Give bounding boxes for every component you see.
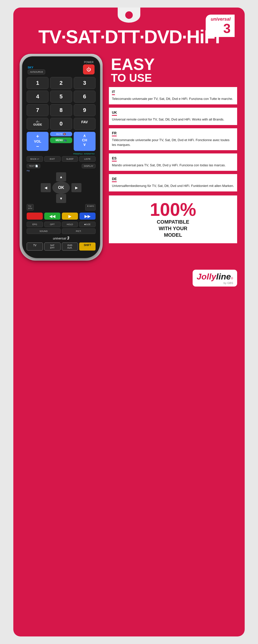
btn-1[interactable]: 1 xyxy=(27,77,49,89)
logo-line: line xyxy=(216,272,231,281)
text-display-row: TEXT 📄 DISPLAY xyxy=(27,164,96,168)
btn-5[interactable]: 5 xyxy=(50,91,72,103)
menu-button[interactable]: MENU 📺 xyxy=(50,137,72,143)
sound-button[interactable]: SOUND xyxy=(27,228,61,234)
vol-minus-button[interactable]: − xyxy=(36,143,39,149)
spacer-5 xyxy=(109,193,237,194)
logo-row: Jolly line ® xyxy=(197,272,233,281)
vol-block: + VOL − xyxy=(27,132,49,151)
display-button[interactable]: DISPLAY xyxy=(82,164,96,168)
guide-button[interactable]: -/--GUIDE xyxy=(27,118,49,130)
ch-block: ∧ CH ∨ xyxy=(74,132,96,151)
vol-label: VOL xyxy=(34,139,41,143)
easy-text: EASY xyxy=(111,56,235,72)
power-section: POWER ⏻ xyxy=(83,61,95,74)
btn-9[interactable]: 9 xyxy=(74,104,96,116)
btn-0[interactable]: 0 xyxy=(50,118,72,130)
lang-code-de: DE xyxy=(112,177,117,182)
dpad: ▲ ◀ OK ▶ ▼ xyxy=(40,172,82,203)
btn-7[interactable]: 7 xyxy=(27,104,49,116)
dpad-left-button[interactable]: ◀ xyxy=(41,183,51,192)
play-button[interactable]: ▶ xyxy=(62,213,78,220)
shift-button[interactable]: SHIFT xyxy=(79,243,96,251)
btn-8[interactable]: 8 xyxy=(50,104,72,116)
sky-av-section: SKY AV/SOURCE xyxy=(28,66,45,74)
remote-top: SKY AV/SOURCE POWER ⏻ xyxy=(27,61,96,74)
ch-label: CH xyxy=(82,138,87,142)
bottom-buttons-row1: EPG OPT HOLD ■SIZE xyxy=(27,222,96,227)
opt-button[interactable]: OPT xyxy=(44,222,61,227)
exit-button[interactable]: EXIT xyxy=(44,156,61,162)
text-button[interactable]: TEXT 📄 xyxy=(27,164,40,168)
vol-ch-row: + VOL − MUTE 🔇 MENU 📺 ∧ CH ∨ xyxy=(27,132,96,151)
ok-button[interactable]: OK xyxy=(52,181,70,194)
liste-button[interactable]: LISTE xyxy=(79,156,96,162)
content-area: SKY AV/SOURCE POWER ⏻ 1 2 3 4 xyxy=(13,49,245,266)
my-label: my xyxy=(27,169,96,172)
to-use-text: TO USE xyxy=(111,72,235,84)
sky-label: SKY xyxy=(28,66,45,69)
dpad-down-row: ▼ xyxy=(56,194,66,203)
dpad-down-button[interactable]: ▼ xyxy=(56,194,66,203)
dpad-up-row: ▲ xyxy=(56,172,66,181)
hanger xyxy=(118,8,140,23)
lang-code-fr: FR xyxy=(112,131,117,136)
compat-percent: 100% xyxy=(113,200,233,219)
lang-desc-it: Telecomando universale per TV, Sat, Dtt,… xyxy=(112,97,234,101)
sleep-button[interactable]: SLEEP xyxy=(62,156,78,162)
spacer-3 xyxy=(109,152,237,153)
btn-3[interactable]: 3 xyxy=(74,77,96,89)
languages-col: IT Telecomando universale per TV, Sat, D… xyxy=(109,87,237,243)
dvd-aux-button[interactable]: DVDAUX. xyxy=(62,243,78,251)
tv-dtv-button[interactable]: TV/DTV xyxy=(27,204,34,211)
fast-forward-button[interactable]: ▶▶ xyxy=(79,213,96,220)
lang-desc-de: Universalfernbedienung für TV, Sat, Dtt,… xyxy=(112,184,234,188)
info-panel: EASY TO USE IT Telecomando universale pe… xyxy=(109,54,237,261)
fav-button[interactable]: FAV xyxy=(74,118,96,130)
pict-button[interactable]: PICT. xyxy=(62,228,96,234)
compat-text: COMPATIBLE WITH YOUR MODEL xyxy=(113,219,233,238)
sat-dtt-button[interactable]: SATDTT xyxy=(44,243,61,251)
btn-4[interactable]: 4 xyxy=(27,91,49,103)
remote-wrap: SKY AV/SOURCE POWER ⏻ 1 2 3 4 xyxy=(18,54,104,261)
spacer-4 xyxy=(109,172,237,173)
hold-button[interactable]: HOLD xyxy=(62,222,78,227)
power-label: POWER xyxy=(83,61,95,64)
lang-section-it: IT Telecomando universale per TV, Sat, D… xyxy=(109,87,237,104)
primafila-row: PRIMAFILA INTERATTIVI xyxy=(27,152,96,155)
dpad-up-button[interactable]: ▲ xyxy=(56,172,66,181)
red-button[interactable] xyxy=(27,213,43,220)
back-button[interactable]: BACK ↩ xyxy=(27,156,43,162)
logo-jolly: Jolly xyxy=(197,272,216,281)
rewind-button[interactable]: ◀◀ xyxy=(44,213,60,220)
interattivi-label: PRIMAFILA INTERATTIVI xyxy=(73,153,95,155)
ch-up-button[interactable]: ∧ xyxy=(83,133,86,138)
remote-logo: universal 3 xyxy=(27,236,96,240)
dpad-section: TEXT 📄 DISPLAY my ▲ ◀ OK ▶ xyxy=(27,164,96,211)
spacer-1 xyxy=(109,106,237,107)
power-button[interactable]: ⏻ xyxy=(83,64,95,74)
lang-code-uk: UK xyxy=(112,110,117,116)
lang-desc-uk: Universal remote control for TV, Sat, Dt… xyxy=(112,117,234,122)
jollyline-logo-box: Jolly line ® by GBS xyxy=(193,270,237,287)
vol-plus-button[interactable]: + xyxy=(36,133,39,139)
dpad-middle-row: ◀ OK ▶ xyxy=(41,181,81,194)
size-button[interactable]: ■SIZE xyxy=(79,222,96,227)
mute-button[interactable]: MUTE 🔇 xyxy=(50,132,72,136)
btn-6[interactable]: 6 xyxy=(74,91,96,103)
logo-gbs: by GBS xyxy=(197,281,233,285)
lang-code-it: IT xyxy=(112,90,115,95)
dpad-right-button[interactable]: ▶ xyxy=(71,183,81,192)
tv-source-button[interactable]: TV xyxy=(27,243,43,251)
source-row: TV SATDTT DVDAUX. SHIFT xyxy=(27,243,96,251)
number-grid: 1 2 3 4 5 6 7 8 9 -/--GUIDE 0 FAV xyxy=(27,77,96,130)
ch-down-button[interactable]: ∨ xyxy=(83,142,86,147)
info-button[interactable]: ⏸ INFO xyxy=(85,204,96,211)
epg-button[interactable]: EPG xyxy=(27,222,43,227)
av-source-button[interactable]: AV/SOURCE xyxy=(28,69,45,74)
easy-to-use-box: EASY TO USE xyxy=(109,54,237,87)
lang-section-de: DE Universalfernbedienung für TV, Sat, D… xyxy=(109,174,237,191)
logo-registered: ® xyxy=(231,277,233,280)
btn-2[interactable]: 2 xyxy=(50,77,72,89)
lang-section-es: ES Mando universal para TV, Sat, Dtt, Dv… xyxy=(109,153,237,171)
